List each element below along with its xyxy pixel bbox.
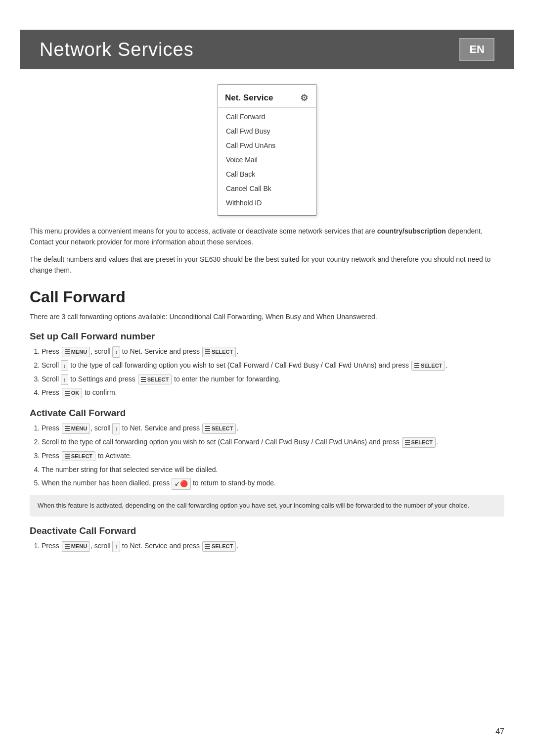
list-item[interactable]: Voice Mail bbox=[218, 153, 316, 167]
step-item: Press OK to confirm. bbox=[42, 387, 504, 399]
select-key: SELECT bbox=[202, 541, 236, 552]
step-item: When the number has been dialled, press … bbox=[42, 477, 504, 489]
list-item[interactable]: Call Fwd UnAns bbox=[218, 139, 316, 153]
deactivate-steps: Press MENU, scroll ↕ to Net. Service and… bbox=[42, 540, 504, 552]
ok-key: OK bbox=[62, 388, 83, 398]
language-badge: EN bbox=[459, 38, 494, 61]
list-item[interactable]: Withhold ID bbox=[218, 196, 316, 210]
select-key: SELECT bbox=[411, 361, 445, 371]
step-item: Scroll ↕ to the type of call forwarding … bbox=[42, 360, 504, 372]
step-item: Press SELECT to Activate. bbox=[42, 450, 504, 462]
list-item[interactable]: Cancel Call Bk bbox=[218, 182, 316, 196]
select-key: SELECT bbox=[402, 437, 436, 448]
call-forward-title: Call Forward bbox=[30, 288, 504, 306]
setup-steps: Press MENU, scroll ↕ to Net. Service and… bbox=[42, 346, 504, 399]
select-key: SELECT bbox=[202, 424, 236, 434]
menu-title: Net. Service bbox=[225, 93, 273, 103]
setup-subtitle: Set up Call Forward number bbox=[30, 331, 504, 342]
end-call-button: ↙🔴 bbox=[172, 478, 191, 490]
intro-paragraph-1: This menu provides a convenient means fo… bbox=[30, 226, 504, 248]
scroll-icon: ↕ bbox=[61, 360, 69, 372]
menu-key: MENU bbox=[62, 424, 90, 434]
scroll-icon: ↕ bbox=[112, 346, 120, 358]
menu-key: MENU bbox=[62, 541, 90, 552]
menu-box: Net. Service ⚙ Call Forward Call Fwd Bus… bbox=[218, 84, 316, 216]
main-content: This menu provides a convenient means fo… bbox=[30, 226, 504, 552]
select-key: SELECT bbox=[202, 347, 236, 357]
activate-subtitle: Activate Call Forward bbox=[30, 408, 504, 419]
step-item: Scroll to the type of call forwarding op… bbox=[42, 436, 504, 448]
list-item[interactable]: Call Forward bbox=[218, 110, 316, 124]
scroll-icon: ↕ bbox=[112, 423, 120, 434]
step-item: The number string for that selected serv… bbox=[42, 464, 504, 476]
menu-container: Net. Service ⚙ Call Forward Call Fwd Bus… bbox=[20, 84, 514, 216]
step-item: Press MENU, scroll ↕ to Net. Service and… bbox=[42, 540, 504, 552]
list-item[interactable]: Call Fwd Busy bbox=[218, 124, 316, 139]
header-bar: Network Services EN bbox=[20, 30, 514, 69]
info-box: When this feature is activated, dependin… bbox=[30, 495, 504, 517]
menu-key: MENU bbox=[62, 347, 90, 357]
page-title: Network Services bbox=[40, 39, 194, 60]
step-item: Press MENU, scroll ↕ to Net. Service and… bbox=[42, 346, 504, 358]
select-key: SELECT bbox=[138, 375, 172, 385]
scroll-icon: ↕ bbox=[112, 541, 120, 552]
gear-icon: ⚙ bbox=[300, 93, 308, 103]
list-item[interactable]: Call Back bbox=[218, 167, 316, 182]
step-item: Scroll ↕ to Settings and press SELECT to… bbox=[42, 374, 504, 385]
step-item: Press MENU, scroll ↕ to Net. Service and… bbox=[42, 423, 504, 434]
intro-paragraph-2: The default numbers and values that are … bbox=[30, 254, 504, 276]
deactivate-subtitle: Deactivate Call Forward bbox=[30, 525, 504, 536]
select-key: SELECT bbox=[62, 451, 95, 462]
page-number: 47 bbox=[495, 727, 504, 736]
scroll-icon: ↕ bbox=[61, 374, 69, 385]
menu-header: Net. Service ⚙ bbox=[218, 90, 316, 108]
activate-steps: Press MENU, scroll ↕ to Net. Service and… bbox=[42, 423, 504, 490]
call-forward-desc: There are 3 call forwarding options avai… bbox=[30, 311, 504, 322]
